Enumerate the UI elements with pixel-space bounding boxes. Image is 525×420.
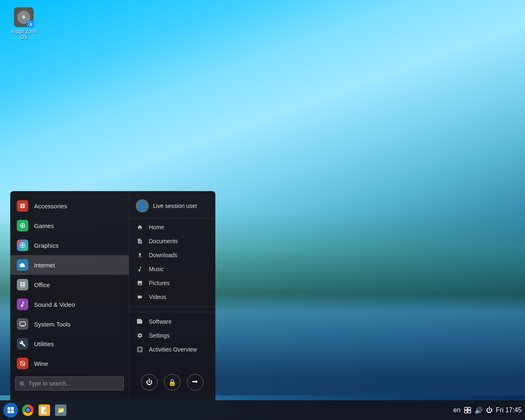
svg-rect-20 <box>468 411 471 413</box>
utilities-category-icon <box>17 338 28 349</box>
pictures-label: Pictures <box>149 280 170 286</box>
accessories-category-icon <box>17 200 28 212</box>
power-button[interactable]: ⏻ <box>141 374 158 390</box>
menu-right-panel: 👤 Live session user HomeDocumentsDownloa… <box>129 191 215 400</box>
menu-item-downloads[interactable]: Downloads <box>129 248 215 262</box>
svg-rect-19 <box>464 411 467 413</box>
svg-rect-17 <box>464 407 467 410</box>
taskbar-notes[interactable]: 📝 <box>37 403 52 418</box>
documents-label: Documents <box>149 238 178 244</box>
systemtools-category-label: System Tools <box>34 321 71 328</box>
music-icon <box>136 266 144 272</box>
svg-rect-9 <box>20 284 22 285</box>
utilities-category-label: Utilities <box>34 340 54 347</box>
divider-2 <box>129 306 215 307</box>
menu-category-accessories[interactable]: Accessories <box>10 196 129 216</box>
menu-category-graphics[interactable]: Graphics <box>10 235 129 255</box>
taskbar-chrome[interactable] <box>21 403 35 418</box>
clock-display: Fri 17:45 <box>496 406 522 414</box>
menu-search-area: 🔍 <box>10 373 129 395</box>
svg-rect-8 <box>23 282 25 283</box>
svg-rect-11 <box>20 287 25 287</box>
menu-item-videos[interactable]: Videos <box>129 290 215 304</box>
menu-categories: AccessoriesGamesGraphicsInternetOfficeSo… <box>10 191 129 400</box>
menu-category-office[interactable]: Office <box>10 275 129 294</box>
svg-point-6 <box>21 244 23 246</box>
menu-item-settings[interactable]: Settings <box>129 329 215 342</box>
menu-item-music[interactable]: Music <box>129 262 215 276</box>
notes-icon: 📝 <box>39 404 50 416</box>
svg-rect-7 <box>20 282 22 283</box>
search-icon: 🔍 <box>19 381 26 388</box>
home-icon <box>136 224 144 230</box>
software-icon <box>136 319 144 324</box>
menu-actions: ⏻ 🔒 ⮕ <box>129 369 215 395</box>
downloads-icon <box>136 252 144 258</box>
window-switcher-icon[interactable] <box>464 406 471 414</box>
soundvideo-category-label: Sound & Video <box>34 301 75 308</box>
lock-button[interactable]: 🔒 <box>164 374 180 390</box>
office-category-icon <box>17 279 28 290</box>
internet-category-icon <box>17 259 28 271</box>
videos-label: Videos <box>149 294 167 300</box>
divider-1 <box>129 312 215 312</box>
user-name: Live session user <box>153 203 197 209</box>
accessories-category-label: Accessories <box>34 203 67 210</box>
svg-rect-10 <box>23 284 25 285</box>
svg-rect-18 <box>468 407 471 410</box>
menu-item-activities[interactable]: Activities Overview <box>129 342 215 356</box>
activities-label: Activities Overview <box>149 346 197 353</box>
graphics-category-icon <box>17 240 28 251</box>
menu-category-systemtools[interactable]: System Tools <box>10 314 129 334</box>
user-section: 👤 Live session user <box>129 196 215 219</box>
pictures-icon <box>136 280 144 286</box>
systemtools-category-icon <box>17 318 28 330</box>
home-label: Home <box>149 224 164 231</box>
install-zorin-icon[interactable]: ⬇ Install ZorinOS <box>7 7 40 41</box>
svg-rect-3 <box>21 206 23 208</box>
search-input[interactable] <box>15 377 124 390</box>
app-menu: AccessoriesGamesGraphicsInternetOfficeSo… <box>10 191 215 400</box>
menu-item-pictures[interactable]: Pictures <box>129 276 215 290</box>
menu-item-home[interactable]: Home <box>129 220 215 234</box>
games-category-label: Games <box>34 222 54 229</box>
settings-icon <box>136 333 144 338</box>
videos-icon <box>136 294 144 300</box>
volume-icon[interactable]: 🔊 <box>475 406 483 414</box>
documents-icon <box>136 238 144 244</box>
activities-icon <box>136 347 144 352</box>
svg-rect-12 <box>20 322 25 326</box>
menu-category-wine[interactable]: Wine <box>10 354 129 373</box>
desktop: ⬇ Install ZorinOS AccessoriesGamesGraphi… <box>0 0 525 420</box>
wine-category-label: Wine <box>34 360 48 367</box>
svg-rect-2 <box>23 204 25 206</box>
logout-button[interactable]: ⮕ <box>187 374 203 390</box>
language-indicator[interactable]: en <box>453 406 461 414</box>
user-avatar: 👤 <box>136 199 149 212</box>
menu-item-software[interactable]: Software <box>129 315 215 329</box>
svg-rect-1 <box>21 204 23 206</box>
software-label: Software <box>149 318 171 325</box>
internet-category-label: Internet <box>34 262 55 269</box>
graphics-category-label: Graphics <box>34 242 59 249</box>
files-icon: 📁 <box>55 404 66 416</box>
start-button[interactable] <box>3 403 18 418</box>
settings-label: Settings <box>149 332 170 339</box>
games-category-icon <box>17 220 28 231</box>
svg-rect-16 <box>139 348 142 351</box>
menu-category-utilities[interactable]: Utilities <box>10 334 129 354</box>
svg-rect-4 <box>23 206 25 208</box>
taskbar-right: en 🔊 ⏻ Fri 17:45 <box>453 406 522 414</box>
menu-category-internet[interactable]: Internet <box>10 255 129 275</box>
menu-item-documents[interactable]: Documents <box>129 234 215 248</box>
soundvideo-category-icon <box>17 299 28 310</box>
chrome-icon <box>22 404 34 416</box>
music-label: Music <box>149 266 164 272</box>
menu-category-games[interactable]: Games <box>10 216 129 235</box>
wine-category-icon <box>17 358 28 369</box>
install-zorin-label: Install ZorinOS <box>11 29 37 41</box>
taskbar-files[interactable]: 📁 <box>53 403 68 418</box>
office-category-label: Office <box>34 281 50 288</box>
power-status-icon[interactable]: ⏻ <box>486 406 493 414</box>
menu-category-soundvideo[interactable]: Sound & Video <box>10 294 129 314</box>
